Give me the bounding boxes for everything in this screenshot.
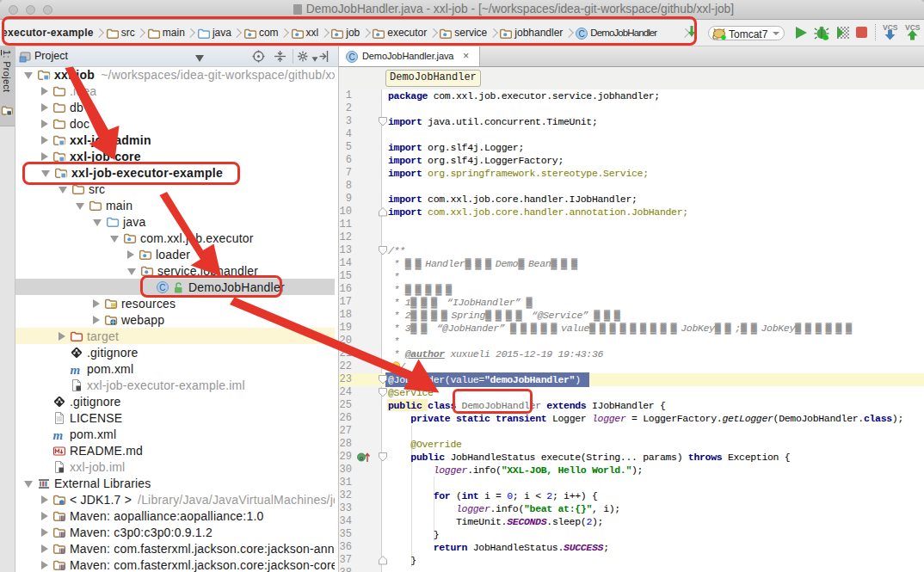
svg-text:o: o — [360, 454, 364, 462]
